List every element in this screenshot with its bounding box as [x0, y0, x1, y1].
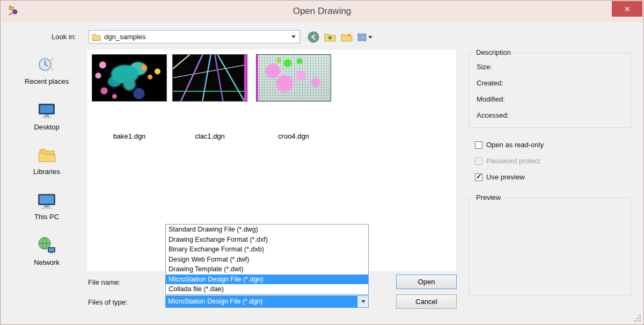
- cancel-button[interactable]: Cancel: [396, 294, 457, 309]
- title-bar[interactable]: Open Drawing ✕: [1, 1, 643, 22]
- sidebar-item-label: Network: [10, 258, 83, 266]
- preview-groupbox: Preview: [469, 198, 631, 295]
- accessed-label: Accessed:: [477, 111, 509, 119]
- dropdown-option-dxb[interactable]: Binary Exchange Format (*.dxb): [166, 244, 368, 255]
- sidebar-item-this-pc[interactable]: This PC: [10, 190, 83, 221]
- open-button[interactable]: Open: [396, 275, 457, 289]
- file-name-label: croo4.dgn: [256, 132, 331, 140]
- recent-places-icon: [36, 54, 57, 76]
- file-thumbnail: [172, 54, 247, 102]
- preview-title: Preview: [473, 193, 503, 201]
- file-name-label: bake1.dgn: [92, 132, 167, 140]
- view-grid-icon: [357, 33, 367, 42]
- chevron-down-icon: [368, 36, 372, 39]
- file-name-field-label: File name:: [88, 278, 121, 286]
- checkbox-label: Open as read-only: [486, 141, 544, 149]
- created-label: Created:: [477, 79, 503, 87]
- desktop-icon: [36, 100, 57, 121]
- checkbox-label: Use preview: [486, 173, 525, 181]
- file-thumbnail: [92, 54, 167, 102]
- open-button-label: Open: [418, 278, 435, 286]
- checkbox-label: Password protect: [486, 157, 540, 165]
- description-title: Description: [473, 48, 514, 56]
- folder-icon: [92, 33, 101, 41]
- look-in-value: dgn_samples: [104, 33, 145, 41]
- close-button[interactable]: ✕: [612, 1, 642, 17]
- checkbox-disabled-icon: [475, 157, 482, 165]
- files-of-type-label: Files of type:: [88, 298, 128, 306]
- up-folder-icon[interactable]: [324, 31, 336, 43]
- file-item-croo4[interactable]: croo4.dgn: [256, 54, 331, 140]
- dropdown-option-dgn-selected[interactable]: MicroStation Design File (*.dgn): [166, 275, 368, 285]
- dialog-toolbar: [308, 30, 372, 44]
- look-in-combobox[interactable]: dgn_samples: [89, 30, 300, 44]
- file-item-clac1[interactable]: clac1.dgn: [172, 54, 247, 140]
- file-thumbnail: [256, 54, 331, 102]
- dropdown-option-dwg[interactable]: Standard Drawing File (*.dwg): [166, 225, 368, 235]
- open-as-read-only-checkbox[interactable]: Open as read-only: [475, 141, 544, 149]
- description-groupbox: Description Size: Created: Modified: Acc…: [469, 53, 631, 128]
- window-title: Open Drawing: [1, 6, 643, 17]
- checkbox-unchecked-icon: [475, 141, 482, 149]
- sidebar-item-label: Libraries: [10, 168, 83, 176]
- chevron-down-icon: [288, 31, 299, 43]
- dropdown-option-dwf[interactable]: Design Web Format (*.dwf): [166, 255, 368, 265]
- resize-grip[interactable]: [634, 315, 641, 322]
- file-item-bake1[interactable]: bake1.dgn: [92, 54, 167, 140]
- files-of-type-combobox[interactable]: MicroStation Design File (*.dgn): [165, 295, 369, 308]
- cancel-button-label: Cancel: [415, 298, 437, 306]
- password-protect-checkbox: Password protect: [475, 157, 540, 165]
- sidebar-item-label: This PC: [10, 213, 83, 221]
- files-of-type-value: MicroStation Design File (*.dgn): [166, 296, 357, 307]
- network-icon: [36, 235, 57, 257]
- dropdown-option-dxf[interactable]: Drawing Exchange Format (*.dxf): [166, 235, 368, 245]
- size-label: Size:: [477, 63, 492, 71]
- sidebar-item-desktop[interactable]: Desktop: [10, 100, 83, 131]
- sidebar-item-recent-places[interactable]: Recent places: [10, 54, 83, 85]
- file-type-dropdown-list: Standard Drawing File (*.dwg) Drawing Ex…: [165, 224, 369, 295]
- sidebar-item-label: Desktop: [10, 123, 83, 131]
- look-in-label: Look in:: [52, 33, 76, 41]
- libraries-icon: [36, 145, 57, 166]
- sidebar-item-label: Recent places: [10, 77, 83, 85]
- modified-label: Modified:: [477, 95, 505, 103]
- dropdown-option-dae[interactable]: Collada file (*.dae): [166, 284, 368, 294]
- view-menu-button[interactable]: [357, 33, 372, 42]
- this-pc-icon: [36, 190, 57, 211]
- sidebar-item-libraries[interactable]: Libraries: [10, 145, 83, 176]
- open-drawing-dialog: Open Drawing ✕ Look in: dgn_samples: [0, 0, 644, 325]
- use-preview-checkbox[interactable]: Use preview: [475, 173, 525, 181]
- file-name-label: clac1.dgn: [172, 132, 247, 140]
- dropdown-option-dwt[interactable]: Drawing Template (*.dwt): [166, 264, 368, 275]
- chevron-down-icon[interactable]: [357, 296, 368, 307]
- close-icon: ✕: [624, 5, 631, 13]
- checkbox-checked-icon: [475, 174, 482, 181]
- new-folder-icon[interactable]: [341, 31, 353, 43]
- back-icon[interactable]: [308, 31, 319, 43]
- sidebar-item-network[interactable]: Network: [10, 235, 83, 266]
